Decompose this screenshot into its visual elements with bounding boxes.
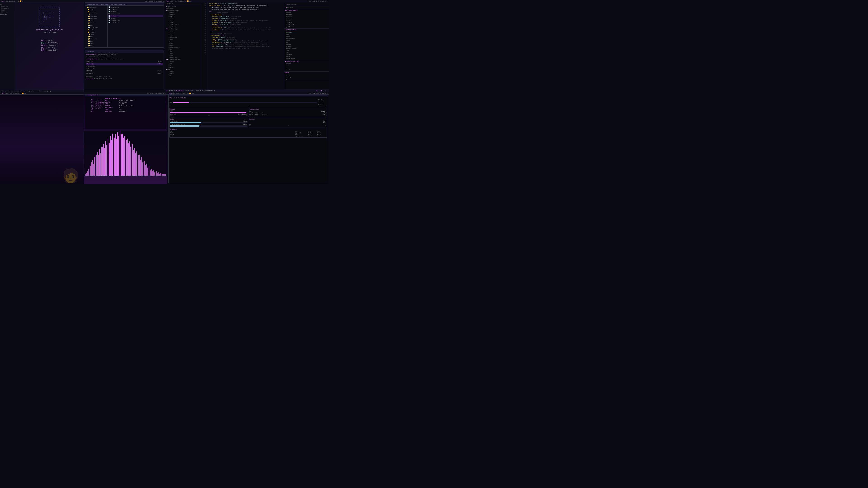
panel-user-dotfilesdir[interactable]: dotfilesDir: [285, 37, 328, 39]
tree-pkgs[interactable]: 📁pkgs: [86, 42, 107, 44]
tree-pkgs-src[interactable]: src: [165, 75, 201, 77]
file-install-sh[interactable]: 📄 install.sh: [108, 22, 163, 24]
tree-style[interactable]: 📁style: [86, 47, 107, 47]
tree-outputs[interactable]: ▶outputs: [165, 7, 201, 10]
tree-patches[interactable]: 📁patches: [86, 11, 107, 13]
tree-user-theme[interactable]: theme: [165, 38, 201, 40]
panel-user-wm[interactable]: wm: [285, 41, 328, 43]
tree-description[interactable]: ▶description: [165, 5, 201, 7]
tree-homelab[interactable]: 📁home.lab: [86, 15, 107, 18]
tree-systemsettings[interactable]: ▼systemSettings: [165, 10, 201, 12]
file-license[interactable]: 📄 LICENSE: [108, 8, 163, 11]
tree-user-font[interactable]: font: [165, 51, 201, 53]
tree-pkgs-system[interactable]: system: [165, 71, 201, 73]
tree-profiles[interactable]: ▼ 📁profiles: [86, 13, 107, 15]
qute-link-newtab[interactable]: [t] [New tab]: [41, 46, 59, 48]
tree-user-wmtype[interactable]: wmType: [165, 42, 201, 44]
tree-user-email[interactable]: email: [165, 34, 201, 36]
tree-hardware[interactable]: 📁hardware: [86, 38, 107, 40]
tree-sys-system[interactable]: system: [165, 12, 201, 14]
panel-user-font[interactable]: font: [285, 52, 328, 54]
tree-themes[interactable]: 📁themes: [86, 31, 107, 33]
panel-sys-bootmode[interactable]: bootMode: [285, 22, 328, 24]
tree-personal[interactable]: 📁personal: [86, 18, 107, 20]
tree-system[interactable]: 📁system: [86, 29, 107, 31]
file-readme2[interactable]: 📄 README.org: [108, 11, 163, 13]
panel-user-name[interactable]: name: [285, 33, 328, 35]
tree-np-system[interactable]: system: [165, 61, 201, 63]
panel-user-browser[interactable]: browser: [285, 45, 328, 47]
tree-user-browser[interactable]: browser: [165, 44, 201, 46]
panel-user-term[interactable]: term: [285, 50, 328, 52]
tree-shell[interactable]: 📁shell: [86, 44, 107, 47]
code-content[interactable]: description = "Flake of LibrePhoenix"; o…: [207, 2, 284, 89]
panel-user-editor[interactable]: editor: [285, 56, 328, 58]
tree-user-defaultroam[interactable]: defaultRoamDir: [165, 46, 201, 48]
panel-user-email[interactable]: email: [285, 35, 328, 37]
tree-sys-timezone[interactable]: timezone: [165, 18, 201, 20]
panel-sys-system[interactable]: system: [285, 12, 328, 14]
panel-user-defaultroam[interactable]: defaultRoamDir: [285, 47, 328, 50]
panel-user-username[interactable]: username: [285, 31, 328, 33]
panel-item-description[interactable]: ▶description: [285, 3, 328, 5]
panel-np-name[interactable]: name: [285, 65, 328, 67]
tree-user-dotfilesdir[interactable]: dotfilesDir: [165, 36, 201, 38]
viz-bar-20: [109, 143, 110, 175]
tree-user-term[interactable]: term: [165, 48, 201, 51]
tree-np-src[interactable]: src: [165, 65, 201, 67]
tree-worklab[interactable]: 📁worklab: [86, 22, 107, 24]
tree-np-name[interactable]: name: [165, 63, 201, 65]
tree-user-wm[interactable]: wm: [165, 40, 201, 42]
tree-wsl[interactable]: 📁wsl: [86, 24, 107, 26]
tree-user-spawnedit[interactable]: spawnEditor: [165, 57, 201, 59]
panel-user-wmtype[interactable]: wmType: [285, 43, 328, 45]
tree-user-editor[interactable]: editor: [165, 55, 201, 57]
tree-user-fontpkg[interactable]: fontPkg: [165, 53, 201, 55]
tree-lang[interactable]: 📁lang: [86, 40, 107, 42]
tree-user[interactable]: ▼ 📁user: [86, 33, 107, 35]
tree-sys-grubdevice[interactable]: grubDevice: [165, 26, 201, 28]
tree-git[interactable]: 📁.git: [86, 8, 107, 11]
file-desktop[interactable]: 🖼 desktop.png: [108, 13, 163, 15]
panel-sys-grubdevice[interactable]: grubDevice: [285, 26, 328, 28]
tree-user-username[interactable]: username: [165, 30, 201, 32]
tree-sys-locale[interactable]: locale: [165, 20, 201, 22]
qute-link-history[interactable]: [$ h] [History]: [41, 44, 59, 46]
tree-work[interactable]: 📁work: [86, 20, 107, 22]
tree-app[interactable]: 📁app: [86, 35, 107, 38]
file-flake[interactable]: 📄 flake.nix: [108, 15, 163, 17]
tree-sys-bootmount[interactable]: bootMountPath: [165, 24, 201, 26]
panel-np-src[interactable]: src: [285, 67, 328, 69]
panel-np-system[interactable]: system: [285, 63, 328, 65]
qute-link-closetab[interactable]: [x] [Close tab]: [41, 49, 59, 51]
tree-usersettings[interactable]: ▼● userSettings: [165, 28, 201, 30]
tree-readme-profiles[interactable]: 📄README.org: [86, 26, 107, 29]
tree-nixpkgs-patched[interactable]: ▼● nixpkgs-patched: [165, 59, 201, 61]
panel-pkgs-config[interactable]: config: [285, 76, 328, 78]
tree-user-name[interactable]: name: [165, 32, 201, 34]
panel-user-fontpkg[interactable]: fontPkg: [285, 54, 328, 56]
panel-sys-locale[interactable]: locale: [285, 20, 328, 22]
file-harden[interactable]: 📄 harden.sh: [108, 17, 163, 20]
panel-user-theme[interactable]: theme: [285, 39, 328, 41]
panel-sys-profile[interactable]: profile: [285, 16, 328, 18]
tree-dotfiles[interactable]: ▼ 📁.dotfiles: [86, 6, 107, 8]
file-install-org[interactable]: 📄 install.org: [108, 20, 163, 22]
tree-np-patches[interactable]: patches: [165, 67, 201, 69]
tree-sys-hostname[interactable]: hostname: [165, 14, 201, 16]
qute-link-search[interactable]: [o] [Search]: [41, 39, 59, 41]
tree-pkgs-config[interactable]: config: [165, 73, 201, 75]
panel-user-spawnedit[interactable]: spawnEditor: [285, 58, 328, 60]
tree-sys-bootmode[interactable]: bootMode: [165, 22, 201, 24]
panel-sys-hostname[interactable]: hostname: [285, 14, 328, 16]
panel-sys-timezone[interactable]: timezone: [285, 18, 328, 20]
qute-link-quickmarks[interactable]: [b] [Quickmarks]: [41, 41, 59, 43]
panel-item-outputs[interactable]: ▶outputs: [285, 6, 328, 8]
panel-sys-bootmount[interactable]: bootMountPath: [285, 24, 328, 26]
panel-np-patches[interactable]: patches: [285, 69, 328, 71]
panel-pkgs-src[interactable]: src: [285, 78, 328, 80]
file-readme[interactable]: 📄 README.org: [108, 6, 163, 8]
tree-sys-profile[interactable]: profile: [165, 16, 201, 18]
tree-pkgs-root[interactable]: ▼pkgs: [165, 69, 201, 71]
panel-pkgs-system[interactable]: system: [285, 74, 328, 76]
